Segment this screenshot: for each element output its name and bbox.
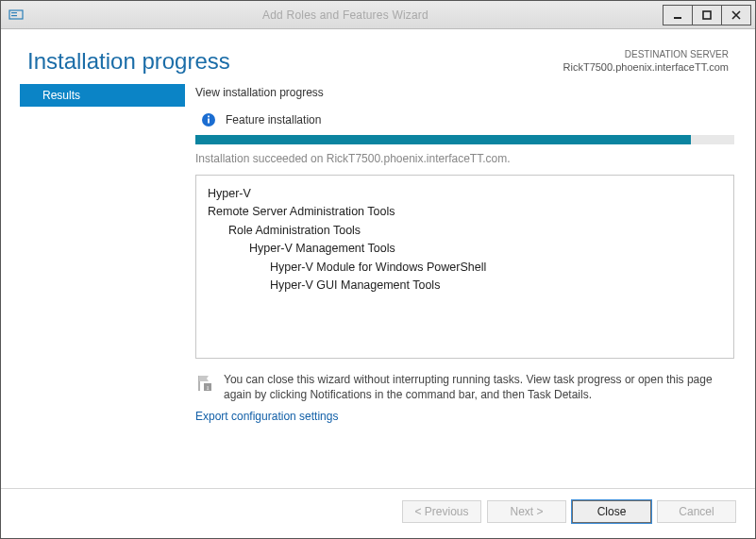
minimize-button[interactable] <box>663 5 693 25</box>
sidebar-item-label: Results <box>42 89 80 102</box>
server-manager-icon <box>8 8 24 23</box>
page-title: Installation progress <box>27 48 230 75</box>
destination-server: RickT7500.phoenix.interfaceTT.com <box>563 60 729 74</box>
cancel-button: Cancel <box>657 500 736 523</box>
window-title: Add Roles and Features Wizard <box>27 8 664 22</box>
header-row: Installation progress DESTINATION SERVER… <box>1 29 755 84</box>
destination-label: DESTINATION SERVER <box>563 48 729 60</box>
maximize-button[interactable] <box>692 5 722 25</box>
installed-features-box: Hyper-V Remote Server Administration Too… <box>195 175 734 359</box>
main-panel: View installation progress Feature insta… <box>190 84 746 488</box>
status-text: Installation succeeded on RickT7500.phoe… <box>195 152 734 165</box>
titlebar: Add Roles and Features Wizard <box>1 1 755 29</box>
export-settings-link[interactable]: Export configuration settings <box>195 410 338 423</box>
feature-installation-label: Feature installation <box>226 113 321 126</box>
svg-text:1: 1 <box>206 384 210 392</box>
body-row: Results View installation progress Featu… <box>1 84 755 488</box>
notice-row: 1 You can close this wizard without inte… <box>195 372 734 402</box>
sidebar: Results <box>1 84 190 488</box>
wizard-window: Add Roles and Features Wizard Installati… <box>0 0 756 539</box>
close-wizard-button[interactable]: Close <box>572 500 651 523</box>
sidebar-item-results[interactable]: Results <box>20 84 185 107</box>
svg-rect-2 <box>11 15 17 16</box>
notice-text: You can close this wizard without interr… <box>224 372 734 402</box>
progress-bar <box>195 135 734 144</box>
tree-item: Remote Server Administration Tools <box>208 203 722 221</box>
window-controls <box>664 5 751 25</box>
tree-item: Hyper-V Management Tools <box>208 240 722 258</box>
next-button: Next > <box>487 500 566 523</box>
previous-button: < Previous <box>402 500 481 523</box>
svg-rect-6 <box>208 119 210 124</box>
feature-row: Feature installation <box>195 112 734 127</box>
svg-rect-1 <box>11 12 17 13</box>
tree-item: Hyper-V Module for Windows PowerShell <box>208 259 722 277</box>
tree-item: Role Administration Tools <box>208 222 722 240</box>
close-button[interactable] <box>721 5 751 25</box>
progress-bar-fill <box>195 135 691 144</box>
info-icon <box>201 112 216 127</box>
footer: < Previous Next > Close Cancel <box>1 488 755 538</box>
svg-rect-4 <box>703 11 711 19</box>
content-area: Installation progress DESTINATION SERVER… <box>1 29 755 538</box>
view-progress-label: View installation progress <box>195 86 734 99</box>
svg-rect-7 <box>208 116 210 118</box>
tree-item: Hyper-V GUI Management Tools <box>208 277 722 295</box>
svg-rect-0 <box>9 10 23 19</box>
destination-info: DESTINATION SERVER RickT7500.phoenix.int… <box>563 48 729 74</box>
svg-rect-3 <box>674 17 681 19</box>
tree-item: Hyper-V <box>208 185 722 203</box>
flag-icon: 1 <box>195 374 214 393</box>
